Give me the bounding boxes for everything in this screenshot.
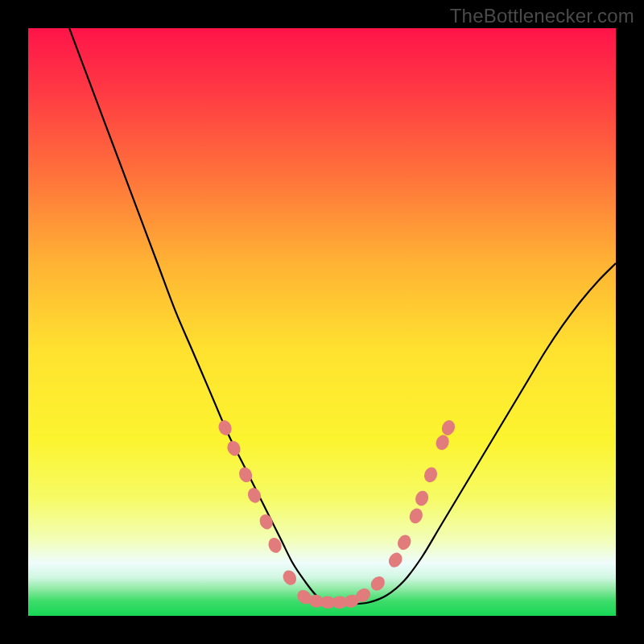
- chart-frame: TheBottlenecker.com: [0, 0, 644, 644]
- curve-bead: [386, 550, 405, 569]
- curve-bead: [434, 433, 451, 452]
- curve-bead: [422, 465, 439, 484]
- watermark-label: TheBottlenecker.com: [450, 5, 634, 27]
- curve-bead: [217, 419, 234, 438]
- curve-bead: [258, 512, 275, 531]
- curve-bead: [440, 419, 457, 437]
- curve-bead: [280, 568, 299, 587]
- curve-layer: [28, 28, 616, 616]
- curve-bead: [395, 533, 413, 552]
- curve-bead: [225, 439, 243, 458]
- curve-bead: [368, 574, 387, 594]
- curve-bead: [246, 485, 263, 505]
- curve-bead: [407, 506, 425, 525]
- plot-area: [28, 28, 616, 616]
- curve-bead: [414, 489, 431, 507]
- curve-beads-group: [217, 419, 457, 609]
- bottleneck-curve: [69, 28, 616, 605]
